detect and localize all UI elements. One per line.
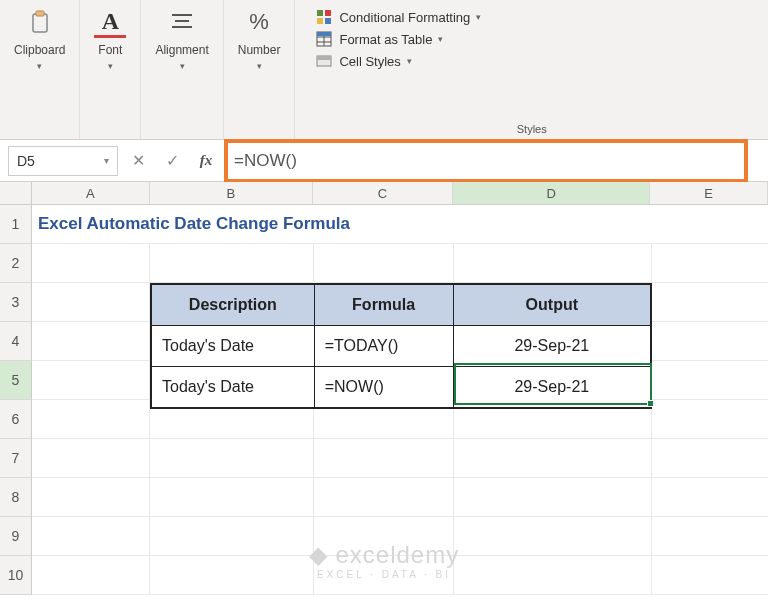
svg-rect-5: [317, 10, 323, 16]
svg-rect-8: [325, 18, 331, 24]
formula-highlight: [224, 139, 748, 183]
table-cell[interactable]: =NOW(): [315, 367, 454, 407]
row-header[interactable]: 8: [0, 478, 32, 517]
table-cell[interactable]: 29-Sep-21: [454, 367, 650, 407]
caret-icon: ▾: [37, 61, 42, 71]
caret-icon: ▾: [407, 56, 412, 66]
table-header[interactable]: Formula: [315, 285, 454, 325]
caret-icon: ▾: [438, 34, 443, 44]
table-header[interactable]: Output: [454, 285, 650, 325]
row-header[interactable]: 6: [0, 400, 32, 439]
svg-rect-1: [36, 11, 44, 16]
col-header-b[interactable]: B: [150, 182, 314, 204]
svg-rect-0: [33, 14, 47, 32]
col-header-d[interactable]: D: [453, 182, 650, 204]
cancel-formula-button[interactable]: ✕: [124, 147, 152, 175]
number-label: Number: [238, 44, 281, 57]
ribbon-group-number: % Number ▾: [224, 0, 296, 139]
conditional-formatting-label: Conditional Formatting: [339, 10, 470, 25]
svg-rect-7: [317, 18, 323, 24]
svg-rect-15: [317, 56, 331, 60]
caret-icon: ▾: [108, 61, 113, 71]
title-cell[interactable]: Excel Automatic Date Change Formula: [32, 205, 768, 244]
table-cell[interactable]: 29-Sep-21: [454, 326, 650, 366]
ribbon: Clipboard ▾ A Font ▾ Alignment ▾ % Numbe…: [0, 0, 768, 140]
accept-formula-button[interactable]: ✓: [158, 147, 186, 175]
col-header-e[interactable]: E: [650, 182, 768, 204]
table-cell[interactable]: Today's Date: [152, 326, 315, 366]
row-header[interactable]: 7: [0, 439, 32, 478]
col-header-c[interactable]: C: [313, 182, 453, 204]
svg-rect-13: [317, 32, 331, 36]
cells-area[interactable]: Excel Automatic Date Change Formula Desc…: [32, 205, 768, 595]
alignment-icon: [166, 6, 198, 38]
clipboard-icon: [24, 6, 56, 38]
ribbon-group-styles: Conditional Formatting ▾ Format as Table…: [295, 0, 768, 139]
clipboard-button[interactable]: Clipboard ▾: [14, 6, 65, 71]
conditional-formatting-button[interactable]: Conditional Formatting ▾: [315, 8, 481, 26]
number-button[interactable]: % Number ▾: [238, 6, 281, 71]
cell-styles-label: Cell Styles: [339, 54, 400, 69]
row-header[interactable]: 5: [0, 361, 32, 400]
alignment-label: Alignment: [155, 44, 208, 57]
cell-styles-icon: [315, 52, 333, 70]
font-label: Font: [98, 44, 122, 57]
conditional-formatting-icon: [315, 8, 333, 26]
formula-bar: D5 ▾ ✕ ✓ fx =NOW(): [0, 140, 768, 182]
select-all-corner[interactable]: [0, 182, 32, 204]
font-button[interactable]: A Font ▾: [94, 6, 126, 71]
caret-icon: ▾: [257, 61, 262, 71]
row-header[interactable]: 2: [0, 244, 32, 283]
alignment-button[interactable]: Alignment ▾: [155, 6, 208, 71]
svg-rect-6: [325, 10, 331, 16]
table-cell[interactable]: Today's Date: [152, 367, 315, 407]
font-icon: A: [94, 6, 126, 38]
row-header[interactable]: 4: [0, 322, 32, 361]
clipboard-label: Clipboard: [14, 44, 65, 57]
column-headers: A B C D E: [0, 182, 768, 205]
styles-group-label: Styles: [517, 123, 547, 135]
table-cell[interactable]: =TODAY(): [315, 326, 454, 366]
col-header-a[interactable]: A: [32, 182, 150, 204]
row-header[interactable]: 10: [0, 556, 32, 595]
data-table: Description Formula Output Today's Date …: [150, 283, 652, 409]
name-box-value: D5: [17, 153, 35, 169]
name-box[interactable]: D5 ▾: [8, 146, 118, 176]
format-as-table-label: Format as Table: [339, 32, 432, 47]
ribbon-group-alignment: Alignment ▾: [141, 0, 223, 139]
insert-function-button[interactable]: fx: [192, 147, 220, 175]
table-header[interactable]: Description: [152, 285, 315, 325]
table-icon: [315, 30, 333, 48]
ribbon-group-clipboard: Clipboard ▾: [0, 0, 80, 139]
spreadsheet-grid: A B C D E 1 2 3 4 5 6 7 8 9 10 Excel Aut…: [0, 182, 768, 595]
ribbon-group-font: A Font ▾: [80, 0, 141, 139]
percent-icon: %: [243, 6, 275, 38]
row-header[interactable]: 9: [0, 517, 32, 556]
row-headers: 1 2 3 4 5 6 7 8 9 10: [0, 205, 32, 595]
caret-icon: ▾: [476, 12, 481, 22]
row-header[interactable]: 1: [0, 205, 32, 244]
formula-input[interactable]: =NOW(): [226, 151, 297, 171]
caret-icon: ▾: [104, 155, 109, 166]
format-as-table-button[interactable]: Format as Table ▾: [315, 30, 481, 48]
caret-icon: ▾: [180, 61, 185, 71]
row-header[interactable]: 3: [0, 283, 32, 322]
cell-styles-button[interactable]: Cell Styles ▾: [315, 52, 481, 70]
